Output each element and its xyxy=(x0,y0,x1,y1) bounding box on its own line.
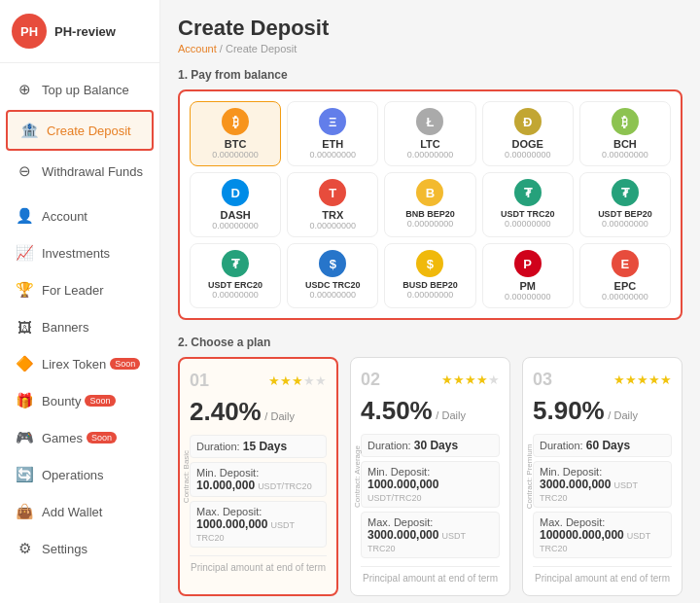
sidebar: PH PH-review ⊕ Top up Balance 🏦 Create D… xyxy=(0,0,160,603)
currency-doge[interactable]: Ð DOGE 0.00000000 xyxy=(482,101,574,166)
sidebar-item-label: Settings xyxy=(42,542,88,556)
plan-rate-unit-03: / Daily xyxy=(608,409,638,421)
plan-num-03: 03 xyxy=(533,370,552,390)
sidebar-item-lirex[interactable]: 🔶 Lirex Token Soon xyxy=(0,345,159,382)
currency-eth[interactable]: Ξ ETH 0.00000000 xyxy=(287,101,378,166)
currency-btc[interactable]: ₿ BTC 0.00000000 xyxy=(190,101,281,166)
sidebar-item-label: Top up Balance xyxy=(42,83,129,97)
sidebar-item-label: For Leader xyxy=(42,283,104,298)
plan-duration-01: Duration: 15 Days xyxy=(190,435,327,458)
sidebar-item-label: Bounty xyxy=(42,394,81,408)
lirex-badge: Soon xyxy=(110,358,140,370)
btc-icon: ₿ xyxy=(222,108,249,135)
plan-duration-02: Duration: 30 Days xyxy=(361,434,500,457)
plan-footer-01: Principal amount at end of term xyxy=(190,555,327,573)
plan-min-02: Min. Deposit:1000.000,000 USDT/TRC20 xyxy=(361,461,500,508)
plan-rate-01: 2.40% xyxy=(190,397,262,426)
plan-footer-03: Principal amount at end of term xyxy=(533,566,672,584)
banners-icon: 🖼 xyxy=(15,317,34,337)
sidebar-menu: ⊕ Top up Balance 🏦 Create Deposit ⊖ With… xyxy=(0,63,159,603)
games-badge: Soon xyxy=(87,432,117,443)
sidebar-item-label: Create Deposit xyxy=(47,124,131,138)
sidebar-item-investments[interactable]: 📈 Investments xyxy=(0,234,159,271)
sidebar-item-add-wallet[interactable]: 👜 Add Wallet xyxy=(0,493,159,530)
breadcrumb-root[interactable]: Account xyxy=(178,43,217,54)
currency-usdt-trc20[interactable]: ₮ USDT TRC20 0.00000000 xyxy=(482,172,574,237)
operations-icon: 🔄 xyxy=(15,465,34,484)
section1-label: 1. Pay from balance xyxy=(178,68,682,82)
sidebar-username: PH-review xyxy=(54,24,116,39)
bounty-icon: 🎁 xyxy=(15,391,34,410)
sidebar-item-games[interactable]: 🎮 Games Soon xyxy=(0,419,159,456)
plan-max-01: Max. Deposit:1000.000,000 USDT TRC20 xyxy=(190,501,327,548)
currency-usdt-bep20[interactable]: ₮ USDT BEP20 0.00000000 xyxy=(579,172,671,237)
usdc-icon: $ xyxy=(319,250,346,277)
busd-icon: $ xyxy=(416,250,443,277)
currency-trx[interactable]: T TRX 0.00000000 xyxy=(287,172,378,237)
sidebar-item-label: Account xyxy=(42,209,88,224)
sidebar-item-withdrawal[interactable]: ⊖ Withdrawal Funds xyxy=(0,153,159,190)
currency-busd[interactable]: $ BUSD BEP20 0.00000000 xyxy=(384,243,475,308)
sidebar-item-label: Withdrawal Funds xyxy=(42,164,143,179)
plan-footer-02: Principal amount at end of term xyxy=(361,566,500,584)
breadcrumb-current: Create Deposit xyxy=(226,43,297,54)
sidebar-item-label: Banners xyxy=(42,320,88,335)
currency-usdt-erc20[interactable]: ₮ USDT ERC20 0.00000000 xyxy=(190,243,281,308)
plan-contract-03: Contract: Premium xyxy=(525,444,534,510)
currency-dash[interactable]: D DASH 0.00000000 xyxy=(190,172,281,237)
usdt-bep20-icon: ₮ xyxy=(612,179,639,206)
section2-label: 2. Choose a plan xyxy=(178,336,682,349)
plan-03[interactable]: 03 ★★★★★ 5.90% / Daily Contract: Premium… xyxy=(522,357,682,596)
currency-usdc[interactable]: $ USDC TRC20 0.00000000 xyxy=(287,243,378,308)
plan-min-03: Min. Deposit:3000.000,000 USDT TRC20 xyxy=(533,461,672,508)
plan-stars-03: ★★★★★ xyxy=(613,372,672,387)
currency-ltc[interactable]: Ł LTC 0.00000000 xyxy=(384,101,475,166)
plan-rate-unit-02: / Daily xyxy=(436,409,466,421)
sidebar-item-settings[interactable]: ⚙ Settings xyxy=(0,530,159,567)
dash-icon: D xyxy=(222,179,249,206)
sidebar-item-label: Games xyxy=(42,431,83,445)
bounty-badge: Soon xyxy=(85,395,115,407)
plan-rate-02: 4.50% xyxy=(361,396,433,425)
currency-pm[interactable]: P PM 0.00000000 xyxy=(482,243,574,308)
leader-icon: 🏆 xyxy=(15,280,34,300)
page-title: Create Deposit xyxy=(178,16,682,41)
currency-epc[interactable]: E EPC 0.00000000 xyxy=(579,243,671,308)
sidebar-item-banners[interactable]: 🖼 Banners xyxy=(0,308,159,345)
sidebar-item-bounty[interactable]: 🎁 Bounty Soon xyxy=(0,382,159,419)
withdrawal-icon: ⊖ xyxy=(15,161,34,181)
currency-bnb[interactable]: B BNB BEP20 0.00000000 xyxy=(384,172,475,237)
add-wallet-icon: 👜 xyxy=(15,502,34,521)
sidebar-item-label: Add Wallet xyxy=(42,505,102,519)
sidebar-item-for-leader[interactable]: 🏆 For Leader xyxy=(0,271,159,308)
lirex-icon: 🔶 xyxy=(15,354,34,373)
breadcrumb: Account / Create Deposit xyxy=(178,43,682,54)
pm-icon: P xyxy=(514,250,542,277)
sidebar-item-topup[interactable]: ⊕ Top up Balance xyxy=(0,71,159,108)
plans-grid: 01 ★★★★★ 2.40% / Daily Contract: Basic D… xyxy=(178,357,682,596)
plan-contract-01: Contract: Basic xyxy=(182,450,191,503)
currency-grid: ₿ BTC 0.00000000 Ξ ETH 0.00000000 Ł LTC … xyxy=(178,89,682,320)
doge-icon: Ð xyxy=(514,108,542,135)
usdt-erc20-icon: ₮ xyxy=(222,250,249,277)
plan-num-02: 02 xyxy=(361,370,380,390)
sidebar-item-account[interactable]: 👤 Account xyxy=(0,197,159,234)
main-content: Create Deposit Account / Create Deposit … xyxy=(160,0,700,603)
sidebar-item-operations[interactable]: 🔄 Operations xyxy=(0,456,159,493)
deposit-icon: 🏦 xyxy=(19,121,39,140)
plan-stars-01: ★★★★★ xyxy=(268,373,327,388)
ltc-icon: Ł xyxy=(416,108,443,135)
settings-icon: ⚙ xyxy=(15,539,34,558)
sidebar-item-label: Investments xyxy=(42,246,110,261)
plan-rate-03: 5.90% xyxy=(533,396,605,425)
plan-max-03: Max. Deposit:100000.000,000 USDT TRC20 xyxy=(533,512,672,558)
currency-bch[interactable]: ₿ BCH 0.00000000 xyxy=(579,101,671,166)
plan-min-01: Min. Deposit:10.000,000 USDT/TRC20 xyxy=(190,462,327,497)
sidebar-item-label: Operations xyxy=(42,468,104,482)
sidebar-header: PH PH-review xyxy=(0,0,159,63)
plan-stars-02: ★★★★★ xyxy=(441,372,500,387)
plan-02[interactable]: 02 ★★★★★ 4.50% / Daily Contract: Average… xyxy=(350,357,510,596)
investments-icon: 📈 xyxy=(15,243,34,263)
plan-01[interactable]: 01 ★★★★★ 2.40% / Daily Contract: Basic D… xyxy=(178,357,338,596)
sidebar-item-create-deposit[interactable]: 🏦 Create Deposit xyxy=(6,110,154,151)
